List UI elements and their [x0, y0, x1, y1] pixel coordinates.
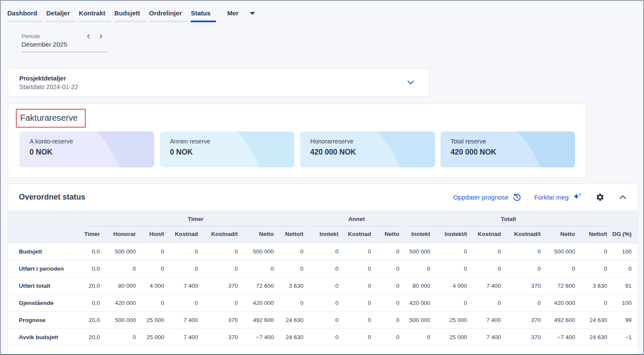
- table-cell: 0: [580, 243, 612, 260]
- table-cell: 0: [344, 277, 376, 295]
- table-cell: 0: [580, 260, 612, 277]
- history-clock-icon: [512, 193, 521, 202]
- row-label: Prognose: [8, 312, 83, 329]
- table-cell: 24 630: [279, 329, 309, 346]
- table-cell: 0,0: [83, 295, 105, 312]
- period-value-input[interactable]: Desember 2025: [21, 41, 107, 52]
- table-cell: 0,0: [83, 243, 105, 260]
- table-cell: 0: [344, 312, 376, 329]
- table-corner-cell: [8, 210, 83, 227]
- collapse-section-button[interactable]: [618, 194, 627, 200]
- chevron-up-icon: [619, 194, 626, 200]
- table-cell: 0: [546, 260, 580, 277]
- status-header: Overordnet status Oppdater prognose Fork…: [8, 184, 638, 210]
- table-cell: 0: [506, 260, 546, 277]
- table-cell: 0: [435, 295, 472, 312]
- period-label: Periode: [21, 33, 82, 39]
- table-cell: −7 400: [546, 329, 580, 346]
- table-cell: 0: [376, 277, 404, 295]
- period-next-button[interactable]: [95, 33, 107, 39]
- tab-ordrelinjer[interactable]: Ordrelinjer: [149, 9, 188, 22]
- table-cell: 370: [203, 312, 243, 329]
- red-highlight-box: Fakturareserve: [16, 109, 86, 128]
- table-cell: 0: [141, 260, 169, 277]
- table-cell: 0: [309, 329, 344, 346]
- tab-label: Ordrelinjer: [149, 9, 182, 17]
- table-cell: 4 000: [435, 277, 472, 295]
- table-cell: 4 000: [141, 277, 169, 295]
- update-forecast-button[interactable]: Oppdater prognose: [453, 193, 521, 202]
- column-header-inntekt-t: Inntekt/t: [435, 227, 472, 243]
- table-cell: 492 600: [546, 312, 580, 329]
- table-cell: 0: [344, 243, 376, 260]
- table-cell: 492 600: [243, 312, 279, 329]
- table-row-utf-rt-totalt: Utført totalt20,080 0004 0007 40037072 6…: [8, 277, 638, 295]
- table-cell: 0: [344, 260, 376, 277]
- project-details-title: Prosjektdetaljer: [19, 75, 78, 82]
- table-cell: 80 000: [105, 277, 141, 295]
- table-cell: 500 000: [105, 312, 141, 329]
- row-label: Utført i perioden: [8, 260, 83, 277]
- table-column-header-row: TimerHonorarHon/tKostnadKostnad/tNettoNe…: [8, 227, 638, 243]
- table-cell: 0: [279, 260, 309, 277]
- table-cell: 3 630: [279, 277, 309, 295]
- table-cell: 0: [169, 295, 203, 312]
- table-cell: 7 400: [169, 329, 203, 346]
- table-cell: 20,0: [83, 329, 105, 346]
- column-group-label: Totalt: [404, 216, 612, 222]
- table-cell: 0: [472, 243, 506, 260]
- column-header-inntekt: Inntekt: [309, 227, 344, 243]
- table-row-gjenst-ende: Gjenstående0,0420 000000420 0000000420 0…: [8, 295, 638, 312]
- table-cell: 0: [376, 260, 404, 277]
- column-group-label: Annet: [309, 216, 404, 222]
- table-cell: −1: [612, 329, 638, 346]
- table-cell: 0: [309, 277, 344, 295]
- column-group-label: Timer: [83, 216, 309, 222]
- table-cell: 0: [203, 243, 243, 260]
- tab-budsjett[interactable]: Budsjett: [114, 9, 146, 22]
- table-cell: 25 000: [435, 329, 472, 346]
- table-cell: 0: [404, 329, 435, 346]
- table-cell: 0: [472, 260, 506, 277]
- table-cell: 91: [612, 277, 638, 295]
- table-cell: 500 000: [105, 243, 141, 260]
- tab-dashbord[interactable]: Dashbord: [7, 9, 43, 22]
- explain-me-button[interactable]: Forklar meg: [534, 192, 582, 202]
- column-group-annet: Annet: [309, 210, 404, 227]
- settings-button[interactable]: [595, 192, 605, 203]
- tab-label: Budsjett: [114, 9, 140, 17]
- table-cell: 420 000: [105, 295, 141, 312]
- tab-detaljer[interactable]: Detaljer: [46, 9, 75, 22]
- table-cell: 7 400: [472, 329, 506, 346]
- table-cell: 0: [169, 260, 203, 277]
- row-label: Gjenstående: [8, 295, 83, 312]
- table-cell: 370: [506, 329, 546, 346]
- sparkles-icon: [572, 192, 582, 202]
- table-cell: 0: [376, 243, 404, 260]
- table-cell: 0: [376, 329, 404, 346]
- tab-status[interactable]: Status: [191, 9, 216, 22]
- column-group-totalt: Totalt: [404, 210, 612, 227]
- column-header-kostnad-t: Kostnad/t: [506, 227, 546, 243]
- reserve-card-label: Total reserve: [451, 138, 575, 145]
- table-cell: 0: [344, 295, 376, 312]
- table-cell: 500 000: [546, 243, 580, 260]
- table-cell: 0: [344, 329, 376, 346]
- table-cell: 0: [279, 243, 309, 260]
- table-cell: 420 000: [243, 295, 279, 312]
- project-details-card[interactable]: Prosjektdetaljer Startdato 2024-01-22: [8, 69, 429, 97]
- reserve-cards-row: A konto-reserve0 NOKAnnen reserve0 NOKHo…: [19, 131, 575, 167]
- table-cell: 500 000: [404, 312, 435, 329]
- chevron-down-icon[interactable]: [407, 80, 414, 85]
- tab-mer[interactable]: Mer: [227, 9, 261, 22]
- tab-kontrakt[interactable]: Kontrakt: [79, 9, 111, 22]
- invoice-reserve-title: Fakturareserve: [20, 113, 78, 122]
- table-cell: 370: [203, 329, 243, 346]
- table-cell: 7 400: [169, 312, 203, 329]
- table-cell: 100: [612, 295, 638, 312]
- period-prev-button[interactable]: [82, 33, 95, 39]
- table-cell: 25 000: [141, 329, 169, 346]
- project-start-date: Startdato 2024-01-22: [19, 84, 78, 90]
- status-table: TimerAnnetTotaltTimerHonorarHon/tKostnad…: [8, 210, 638, 346]
- table-cell: 72 600: [243, 277, 279, 295]
